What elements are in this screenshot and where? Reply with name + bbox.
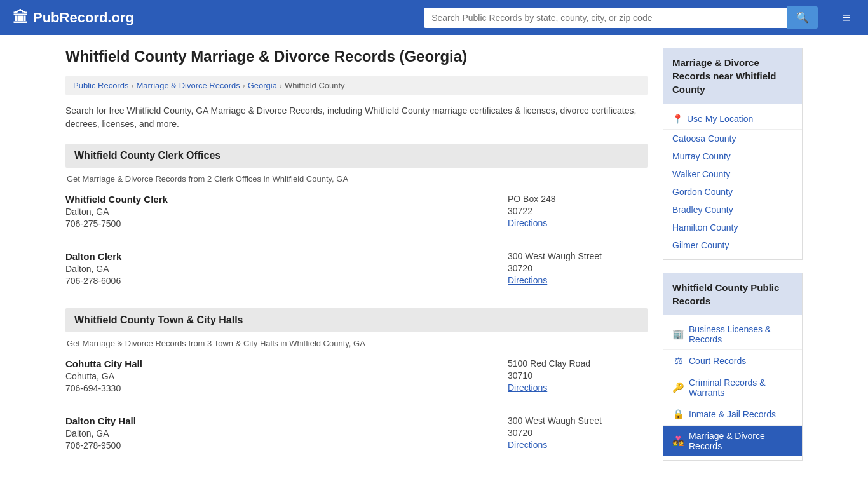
record-address: 5100 Red Clay Road: [508, 358, 648, 369]
sidebar-public-list: 🏢 Business Licenses & Records ⚖ Court Re…: [663, 315, 802, 460]
sidebar-nearby: Marriage & Divorce Records near Whitfiel…: [663, 48, 803, 260]
directions-link[interactable]: Directions: [508, 275, 547, 285]
record-phone: 706-278-9500: [65, 440, 508, 451]
sidebar-item-catoosa[interactable]: Catoosa County: [663, 130, 802, 147]
business-icon: 🏢: [672, 329, 684, 340]
logo-icon: 🏛: [13, 9, 28, 27]
breadcrumb-sep-2: ›: [243, 81, 245, 90]
city-halls-subtitle: Get Marriage & Divorce Records from 3 To…: [65, 339, 648, 348]
marriage-label: Marriage & Divorce Records: [689, 431, 793, 451]
record-address: 300 West Waugh Street: [508, 251, 648, 261]
sidebar-item-gilmer[interactable]: Gilmer County: [663, 236, 802, 254]
record-left: Dalton Clerk Dalton, GA 706-278-6006: [65, 251, 508, 288]
intro-text: Search for free Whitfield County, GA Mar…: [65, 104, 648, 131]
sidebar-item-murray[interactable]: Murray County: [663, 147, 802, 165]
breadcrumb-georgia[interactable]: Georgia: [248, 81, 277, 90]
directions-link[interactable]: Directions: [508, 440, 547, 450]
record-city: Dalton, GA: [65, 428, 508, 438]
content-area: Whitfield County Marriage & Divorce Reco…: [65, 48, 648, 473]
record-entry: Dalton Clerk Dalton, GA 706-278-6006 300…: [65, 251, 648, 293]
record-entry: Whitfield County Clerk Dalton, GA 706-27…: [65, 194, 648, 236]
page-title: Whitfield County Marriage & Divorce Reco…: [65, 48, 648, 65]
record-address: 300 West Waugh Street: [508, 416, 648, 426]
location-pin-icon: 📍: [672, 114, 683, 124]
sidebar-nearby-header: Marriage & Divorce Records near Whitfiel…: [663, 48, 802, 104]
breadcrumb-public-records[interactable]: Public Records: [73, 81, 128, 90]
clerk-offices-subtitle: Get Marriage & Divorce Records from 2 Cl…: [65, 174, 648, 184]
breadcrumb-sep-1: ›: [131, 81, 133, 90]
criminal-label: Criminal Records & Warrants: [689, 377, 793, 398]
use-my-location-label: Use My Location: [687, 114, 753, 124]
city-halls-section: Whitfield County Town & City Halls Get M…: [65, 308, 648, 458]
record-left: Dalton City Hall Dalton, GA 706-278-9500: [65, 416, 508, 452]
breadcrumb-sep-3: ›: [280, 81, 282, 90]
record-phone: 706-694-3330: [65, 383, 508, 393]
breadcrumb-whitfield: Whitfield County: [285, 81, 345, 90]
clerk-offices-section: Whitfield County Clerk Offices Get Marri…: [65, 144, 648, 293]
record-directions: Directions: [508, 218, 648, 228]
marriage-icon: 💑: [672, 435, 684, 447]
sidebar-item-hamilton[interactable]: Hamilton County: [663, 219, 802, 236]
record-city: Cohutta, GA: [65, 371, 508, 381]
search-area: 🔍: [424, 6, 818, 29]
menu-button[interactable]: ≡: [837, 7, 855, 29]
business-label: Business Licenses & Records: [689, 324, 793, 344]
record-zip: 30720: [508, 263, 648, 273]
court-icon: ⚖: [672, 355, 684, 367]
search-icon: 🔍: [796, 12, 809, 23]
record-zip: 30710: [508, 370, 648, 381]
sidebar-item-inmate[interactable]: 🔒 Inmate & Jail Records: [663, 403, 802, 426]
main-container: Whitfield County Marriage & Divorce Reco…: [53, 35, 815, 485]
breadcrumb-marriage-divorce[interactable]: Marriage & Divorce Records: [136, 81, 240, 90]
record-directions: Directions: [508, 440, 648, 450]
sidebar-public-header: Whitfield County Public Records: [663, 273, 802, 315]
record-zip: 30720: [508, 428, 648, 438]
menu-icon: ≡: [842, 10, 850, 25]
sidebar-item-court[interactable]: ⚖ Court Records: [663, 350, 802, 372]
record-entry: Cohutta City Hall Cohutta, GA 706-694-33…: [65, 358, 648, 400]
clerk-offices-header: Whitfield County Clerk Offices: [65, 144, 648, 168]
record-right: PO Box 248 30722 Directions: [508, 194, 648, 231]
record-right: 300 West Waugh Street 30720 Directions: [508, 251, 648, 288]
record-left: Cohutta City Hall Cohutta, GA 706-694-33…: [65, 358, 508, 395]
record-name: Dalton City Hall: [65, 416, 508, 426]
sidebar-item-marriage[interactable]: 💑 Marriage & Divorce Records: [663, 426, 802, 456]
inmate-label: Inmate & Jail Records: [689, 409, 776, 419]
sidebar-item-business[interactable]: 🏢 Business Licenses & Records: [663, 319, 802, 350]
record-city: Dalton, GA: [65, 207, 508, 217]
record-name: Whitfield County Clerk: [65, 194, 508, 205]
sidebar-item-criminal[interactable]: 🔑 Criminal Records & Warrants: [663, 372, 802, 403]
search-input[interactable]: [424, 8, 787, 28]
sidebar-item-gordon[interactable]: Gordon County: [663, 183, 802, 201]
site-header: 🏛 PubRecord.org 🔍 ≡: [0, 0, 868, 35]
sidebar: Marriage & Divorce Records near Whitfiel…: [663, 48, 803, 473]
use-my-location-item[interactable]: 📍 Use My Location: [663, 109, 802, 130]
search-button[interactable]: 🔍: [787, 6, 818, 29]
record-zip: 30722: [508, 206, 648, 216]
sidebar-nearby-list: 📍 Use My Location Catoosa County Murray …: [663, 104, 802, 259]
breadcrumb: Public Records › Marriage & Divorce Reco…: [65, 76, 648, 95]
record-city: Dalton, GA: [65, 264, 508, 274]
record-directions: Directions: [508, 275, 648, 285]
record-phone: 706-278-6006: [65, 276, 508, 286]
record-address: PO Box 248: [508, 194, 648, 204]
inmate-icon: 🔒: [672, 409, 684, 420]
criminal-icon: 🔑: [672, 382, 684, 393]
sidebar-public-records: Whitfield County Public Records 🏢 Busine…: [663, 273, 803, 461]
sidebar-item-bradley[interactable]: Bradley County: [663, 201, 802, 219]
record-right: 300 West Waugh Street 30720 Directions: [508, 416, 648, 452]
record-name: Dalton Clerk: [65, 251, 508, 262]
city-halls-header: Whitfield County Town & City Halls: [65, 308, 648, 332]
court-label: Court Records: [689, 356, 746, 366]
record-left: Whitfield County Clerk Dalton, GA 706-27…: [65, 194, 508, 231]
sidebar-item-walker[interactable]: Walker County: [663, 165, 802, 183]
record-phone: 706-275-7500: [65, 219, 508, 229]
record-name: Cohutta City Hall: [65, 358, 508, 369]
record-entry: Dalton City Hall Dalton, GA 706-278-9500…: [65, 416, 648, 458]
site-logo[interactable]: 🏛 PubRecord.org: [13, 9, 134, 27]
record-right: 5100 Red Clay Road 30710 Directions: [508, 358, 648, 395]
directions-link[interactable]: Directions: [508, 383, 547, 393]
directions-link[interactable]: Directions: [508, 218, 547, 228]
logo-text: PubRecord.org: [33, 10, 134, 26]
record-directions: Directions: [508, 383, 648, 393]
